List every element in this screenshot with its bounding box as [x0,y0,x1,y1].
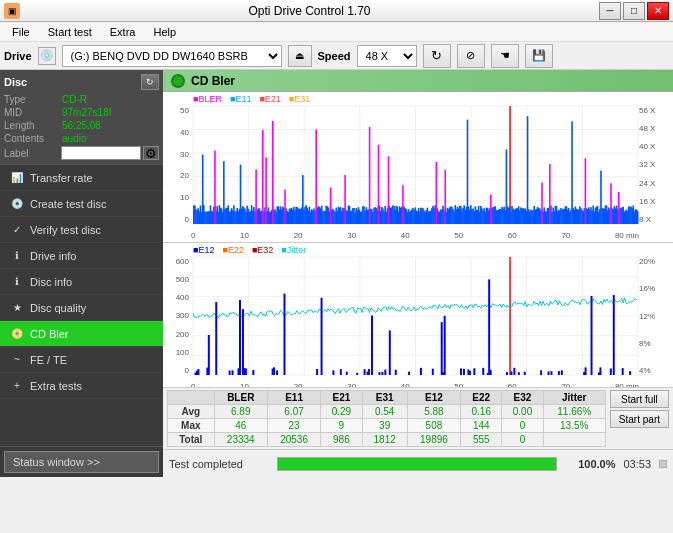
disc-refresh-button[interactable]: ↻ [141,74,159,90]
title-bar-text: Opti Drive Control 1.70 [20,4,599,18]
drive-bar: Drive 💿 (G:) BENQ DVD DD DW1640 BSRB ⏏ S… [0,42,673,70]
status-time: 03:53 [623,458,651,470]
bottom-chart-legend: ■E12 ■E22 ■E32 ■Jitter [193,245,306,255]
top-chart: ■BLER ■E11 ■E21 ■E31 50 40 30 20 10 0 [163,92,673,243]
disc-type-label: Type [4,94,62,105]
disc-mid-label: MID [4,107,62,118]
close-button[interactable]: ✕ [647,2,669,20]
max-jitter: 13.5% [543,419,605,433]
avg-e12: 5.88 [407,405,460,419]
top-chart-canvas [163,92,673,242]
menu-extra[interactable]: Extra [102,23,144,41]
col-e11-header: E11 [267,391,320,405]
max-bler: 46 [214,419,267,433]
drive-select[interactable]: (G:) BENQ DVD DD DW1640 BSRB [62,45,282,67]
col-jitter-header: Jitter [543,391,605,405]
avg-jitter: 11.66% [543,405,605,419]
app-icon: ▣ [4,3,20,19]
fe-te-icon: ~ [10,353,24,367]
start-part-button[interactable]: Start part [610,410,669,428]
disc-header: Disc ↻ [4,74,159,90]
drive-icon: 💿 [38,47,56,65]
status-window-button[interactable]: Status window >> [4,451,159,473]
eject-button[interactable]: ⏏ [288,45,312,67]
erase-button[interactable]: ⊘ [457,44,485,68]
col-e12-header: E12 [407,391,460,405]
legend-bler: ■BLER [193,94,222,104]
speed-select[interactable]: 48 X [357,45,417,67]
verify-disc-icon: ✓ [10,223,24,237]
disc-info-icon: ℹ [10,275,24,289]
disc-type-value: CD-R [62,94,87,105]
max-label: Max [168,419,215,433]
refresh-button[interactable]: ↻ [423,44,451,68]
chart-header: CD Bler [163,70,673,92]
nav-cd-bler-label: CD Bler [30,328,69,340]
nav-create-test-disc[interactable]: 💿 Create test disc [0,191,163,217]
menu-start-test[interactable]: Start test [40,23,100,41]
nav-fe-te[interactable]: ~ FE / TE [0,347,163,373]
nav-disc-info[interactable]: ℹ Disc info [0,269,163,295]
nav-verify-test-disc[interactable]: ✓ Verify test disc [0,217,163,243]
max-e22: 144 [461,419,502,433]
disc-contents-value: audio [62,133,86,144]
nav-transfer-rate[interactable]: 📊 Transfer rate [0,165,163,191]
disc-contents-row: Contents audio [4,133,159,144]
col-e32-header: E32 [502,391,543,405]
bottom-chart-canvas [163,243,673,387]
stats-avg-row: Avg 6.89 6.07 0.29 0.54 5.88 0.16 0.00 1… [168,405,606,419]
sidebar: Disc ↻ Type CD-R MID 97m27s18f Length 56… [0,70,163,477]
col-label-header [168,391,215,405]
max-e21: 9 [321,419,362,433]
top-chart-y-left: 50 40 30 20 10 0 [163,106,191,224]
bottom-chart-y-left: 600 500 400 300 200 100 0 [163,257,191,375]
nav-verify-test-disc-label: Verify test disc [30,224,101,236]
total-e21: 986 [321,433,362,447]
disc-label-button[interactable]: ⚙ [143,146,159,160]
content-area: CD Bler ■BLER ■E11 ■E21 ■E31 50 40 [163,70,673,477]
progress-pct: 100.0% [565,458,615,470]
nav-disc-info-label: Disc info [30,276,72,288]
avg-e32: 0.00 [502,405,543,419]
disc-mid-row: MID 97m27s18f [4,107,159,118]
copy-button[interactable]: ☚ [491,44,519,68]
nav-disc-quality[interactable]: ★ Disc quality [0,295,163,321]
drive-info-icon: ℹ [10,249,24,263]
drive-label: Drive [4,50,32,62]
start-full-button[interactable]: Start full [610,390,669,408]
minimize-button[interactable]: ─ [599,2,621,20]
avg-e21: 0.29 [321,405,362,419]
save-button[interactable]: 💾 [525,44,553,68]
cd-bler-icon: 📀 [10,327,24,341]
menu-help[interactable]: Help [145,23,184,41]
total-e32: 0 [502,433,543,447]
nav-cd-bler[interactable]: 📀 CD Bler [0,321,163,347]
stats-table-wrap: BLER E11 E21 E31 E12 E22 E32 Jitter [167,390,606,447]
status-indicator [659,460,667,468]
nav-drive-info[interactable]: ℹ Drive info [0,243,163,269]
nav-drive-info-label: Drive info [30,250,76,262]
avg-e31: 0.54 [362,405,407,419]
title-bar: ▣ Opti Drive Control 1.70 ─ □ ✕ [0,0,673,22]
disc-label-input[interactable] [61,146,141,160]
legend-e21: ■E21 [259,94,280,104]
max-e12: 508 [407,419,460,433]
disc-label-key: Label [4,148,61,159]
sidebar-nav: 📊 Transfer rate 💿 Create test disc ✓ Ver… [0,165,163,446]
create-disc-icon: 💿 [10,197,24,211]
nav-fe-te-label: FE / TE [30,354,67,366]
stats-row: BLER E11 E21 E31 E12 E22 E32 Jitter [167,390,669,447]
col-e21-header: E21 [321,391,362,405]
speed-label: Speed [318,50,351,62]
nav-create-test-disc-label: Create test disc [30,198,106,210]
bottom-chart: ■E12 ■E22 ■E32 ■Jitter 600 500 400 300 2… [163,243,673,387]
total-e22: 555 [461,433,502,447]
stats-total-row: Total 23334 20536 986 1812 19896 555 0 [168,433,606,447]
maximize-button[interactable]: □ [623,2,645,20]
total-bler: 23334 [214,433,267,447]
nav-extra-tests[interactable]: + Extra tests [0,373,163,399]
legend-e22: ■E22 [222,245,243,255]
menu-file[interactable]: File [4,23,38,41]
legend-e32: ■E32 [252,245,273,255]
col-e31-header: E31 [362,391,407,405]
